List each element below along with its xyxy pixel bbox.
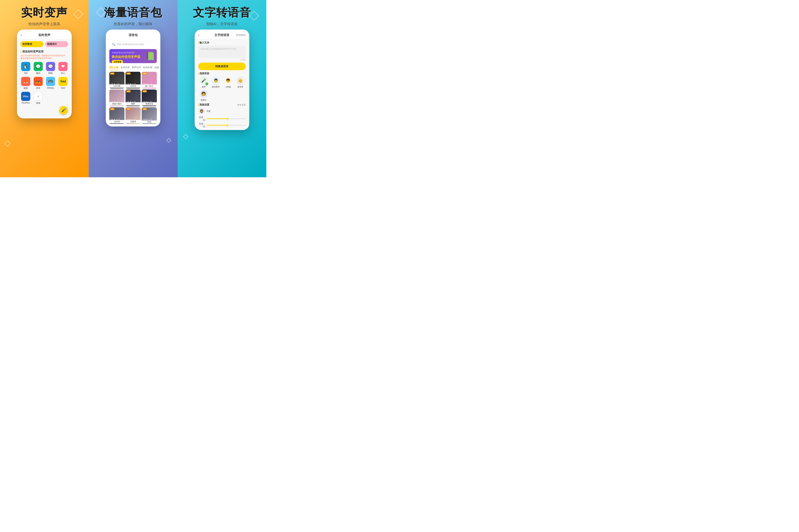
effect-label-yuansheng: 原声 xyxy=(202,86,205,88)
voice-card-8[interactable]: VIP 92条 ▶ 3.2万 沉稳哥 xyxy=(126,107,141,124)
arrow-icon: › xyxy=(41,43,42,45)
pitch-label: 音调：50 xyxy=(198,122,205,128)
mic-button[interactable]: 🎤 xyxy=(59,106,68,114)
search-bar[interactable]: 🔍 请输入您要找的语音包关键字 xyxy=(109,41,157,48)
speed-slider[interactable] xyxy=(207,118,246,119)
promo-banner[interactable]: 录/制/语/音/包 实时/任意/变声 教你如何使用变声器 立即查看 📗 xyxy=(109,49,157,63)
panel-left-subtitle: 给你的声音带上面具 xyxy=(29,22,60,26)
voice-name-5: 骚男 xyxy=(126,102,141,106)
input-placeholder: 请在此输入您想转换成语音的文字信息 xyxy=(200,48,236,50)
voice-name-1: UZI小狗 xyxy=(109,84,125,88)
effect-yuansheng[interactable]: 🎤 原声 xyxy=(198,76,209,88)
app-item-ppyuwan[interactable]: 🎮 PP约玩 xyxy=(46,77,56,90)
right-link[interactable]: 使用教程 xyxy=(236,34,246,37)
save-settings-btn[interactable]: 保存设置 xyxy=(237,103,246,107)
video-demo-btn[interactable]: 视频演示 › xyxy=(45,41,68,47)
app-item-add[interactable]: + 添加 xyxy=(33,92,43,104)
voice-card-1[interactable]: VIP 92条 ▶ 3.2万 UZI小狗 xyxy=(109,72,125,89)
voice-card-6[interactable]: VIP 92条 ▶ 3.2万 旭旭宝宝 xyxy=(142,90,157,106)
pitch-fill xyxy=(207,125,226,126)
vip-badge-6: VIP xyxy=(142,90,147,92)
tantan-icon: 🦊 xyxy=(21,77,30,86)
promo-image: 📗 xyxy=(145,52,155,61)
tab-dongman[interactable]: 动漫卡通 xyxy=(155,65,159,70)
voice-name-2: 大司马 xyxy=(126,84,141,88)
tutorial-label: 使用教程 xyxy=(22,42,32,46)
effect-nanqingnian[interactable]: 🧑 男青年 xyxy=(198,90,209,101)
promo-btn[interactable]: 立即查看 xyxy=(112,60,123,63)
app-item-yidui[interactable]: 💑 伊对 xyxy=(33,77,43,90)
vip-badge-8: VIP xyxy=(126,108,131,110)
wechat-label: 微信 xyxy=(36,72,40,75)
input-section: 输入文本 请在此输入您想转换成语音的文字信息 17/60 xyxy=(198,41,246,61)
section-title: 添加实时变声应用 xyxy=(18,49,71,54)
phone-header-left: ‹ 实时变声 xyxy=(18,31,71,39)
voice-card-7[interactable]: VIP 92条 ▶ 3.2万 点木佳 xyxy=(109,107,125,124)
app-item-soul[interactable]: Soul Soul xyxy=(58,77,68,90)
ppyuwan-label: PP约玩 xyxy=(47,87,54,90)
qq-label: QQ xyxy=(24,72,28,74)
voice-card-4[interactable]: 92条 ▶ 3.2万 呆妹小霸王 xyxy=(109,90,125,106)
char-count: 17/60 xyxy=(198,59,246,61)
voice-name-4: 呆妹小霸王 xyxy=(109,102,125,106)
tab-nansheng[interactable]: 男声日常 xyxy=(132,65,141,70)
phone-header-right: ‹ 文字转语音 使用教程 xyxy=(196,31,248,39)
effect-xiaonan[interactable]: 👦 小男孩 xyxy=(223,76,234,88)
effect-yangguang[interactable]: 👨 阳光男声 xyxy=(210,76,221,88)
effect-avatar-yangguang: 👨 xyxy=(212,76,220,85)
video-label: 视频演示 xyxy=(47,42,57,46)
tutorial-row: 使用教程 › 视频演示 › xyxy=(18,39,71,49)
deco-diamond xyxy=(73,9,83,19)
app-item-qq[interactable]: 🐧 QQ xyxy=(21,62,31,75)
app-item-momo[interactable]: 💬 陌陌 xyxy=(46,62,56,75)
pico-label: PicoPico xyxy=(22,102,30,104)
speaker-row: 🧔 大叔 xyxy=(198,108,246,114)
effect-label-nanqingnian: 男青年 xyxy=(201,99,206,101)
voice-name-6: 旭旭宝宝 xyxy=(142,102,157,106)
vip-badge-9: VIP xyxy=(142,108,147,110)
phone-title-middle: 语音包 xyxy=(129,33,138,37)
tutorial-btn[interactable]: 使用教程 › xyxy=(21,41,43,47)
effect-laoyeye[interactable]: 👴 老爷爷 xyxy=(235,76,246,88)
text-input-area[interactable]: 请在此输入您想转换成语音的文字信息 xyxy=(198,46,246,58)
search-icon: 🔍 xyxy=(112,43,115,46)
convert-button[interactable]: 转换成语音 xyxy=(198,63,246,70)
deco-diamond-right-sm xyxy=(183,134,188,139)
phone-frame-middle: 语音包 🔍 请输入您要找的语音包关键字 录/制/语/音/包 实时/任意/变声 教… xyxy=(106,30,160,127)
phone-middle: 语音包 🔍 请输入您要找的语音包关键字 录/制/语/音/包 实时/任意/变声 教… xyxy=(106,30,160,177)
effect-avatar-yuansheng: 🎤 xyxy=(199,76,208,85)
deco-diamond-mid-sm xyxy=(166,138,171,143)
tab-row: 网红主播 女声日常 男声日常 吃鸡专用 动漫卡通 王者荣耀 xyxy=(107,65,159,70)
back-icon-right[interactable]: ‹ xyxy=(198,33,199,37)
pitch-slider[interactable] xyxy=(207,125,246,126)
phone-bottom-left: 🎤 xyxy=(18,107,71,117)
voice-card-5[interactable]: VIP 92条 ▶ 3.2万 骚男 xyxy=(126,90,141,106)
voice-card-3[interactable]: VIP 92条 ▶ 3.2万 陈一发儿 xyxy=(142,72,157,89)
effect-avatar-laoyeye: 👴 xyxy=(236,76,244,85)
effect-label-yangguang: 阳光男声 xyxy=(212,86,220,88)
back-icon[interactable]: ‹ xyxy=(21,33,22,37)
speaker-label: 大叔 xyxy=(206,110,211,113)
panel-middle: 海量语音包 您喜欢的声音，我们都有 语音包 🔍 请输入您要找的语音包关键字 录/… xyxy=(89,0,178,177)
voice-card-9[interactable]: VIP 92条 ▶ 3.2万 PDD xyxy=(142,107,157,124)
bixin-label: 比心 xyxy=(61,72,65,75)
tab-chiji[interactable]: 吃鸡专用 xyxy=(143,65,152,70)
vip-badge-2: VIP xyxy=(126,73,131,75)
app-item-wechat[interactable]: 💬 微信 xyxy=(33,62,43,75)
vip-badge-1: VIP xyxy=(110,73,114,75)
yidui-label: 伊对 xyxy=(36,87,40,90)
pitch-thumb[interactable] xyxy=(226,124,229,127)
app-item-pico[interactable]: Pico PicoPico xyxy=(21,92,31,104)
app-item-bixin[interactable]: ❤ 比心 xyxy=(58,62,68,75)
pitch-slider-row: 音调：50 xyxy=(198,122,246,128)
pico-icon: Pico xyxy=(21,92,30,101)
tab-nvsheng[interactable]: 女声日常 xyxy=(121,65,130,70)
voice-card-2[interactable]: VIP 92条 ▶ 3.2万 大司马 xyxy=(126,72,141,89)
app-item-tantan[interactable]: 🦊 探探 xyxy=(21,77,31,90)
panel-left-title: 实时变声 xyxy=(21,5,68,20)
voice-name-9: PDD xyxy=(142,120,157,123)
momo-icon: 💬 xyxy=(46,62,55,71)
app-grid: 🐧 QQ 💬 微信 💬 陌陌 ❤ xyxy=(18,61,71,107)
speed-thumb[interactable] xyxy=(226,117,229,120)
tab-wanghong[interactable]: 网红主播 xyxy=(109,65,119,70)
